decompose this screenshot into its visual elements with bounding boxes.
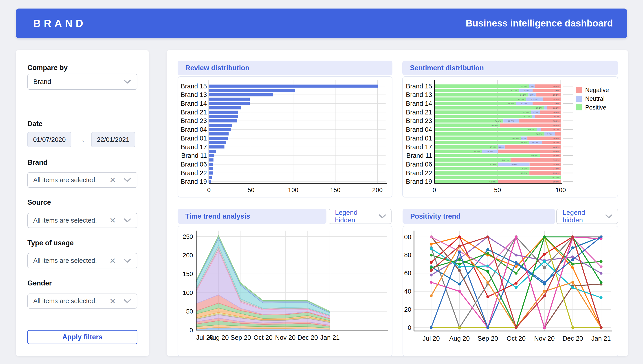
svg-text:37.6%: 37.6%: [474, 150, 480, 152]
svg-text:Brand 14: Brand 14: [181, 100, 207, 107]
usage-filter-label: Type of usage: [28, 239, 74, 247]
compare-by-value: Brand: [33, 78, 124, 86]
svg-text:86.9%: 86.9%: [536, 133, 542, 135]
brand-filter-select[interactable]: All items are selected. ✕: [28, 172, 137, 188]
svg-text:44.6%: 44.6%: [553, 146, 559, 148]
svg-text:50.1%: 50.1%: [489, 146, 496, 148]
svg-text:Neutral: Neutral: [585, 96, 604, 102]
date-from-input[interactable]: 01/07/2020: [28, 132, 71, 147]
svg-text:83.2%: 83.2%: [531, 154, 538, 157]
svg-text:80: 80: [404, 251, 411, 258]
svg-text:20.7%: 20.7%: [553, 115, 559, 118]
svg-text:50: 50: [494, 186, 501, 194]
dashboard-main: Review distribution 050100150200Brand 15…: [167, 50, 628, 356]
svg-text:Brand 04: Brand 04: [406, 126, 432, 133]
positivity-legend-toggle[interactable]: Legend hidden: [556, 209, 618, 224]
time-trend-chart: 050100150200250Jul 20Aug 20Sep 20Oct 20N…: [178, 226, 392, 356]
time-trend-chart-title: Time trend analysis: [185, 212, 250, 220]
svg-text:12.6%: 12.6%: [508, 120, 514, 122]
svg-text:Brand 19: Brand 19: [406, 178, 432, 185]
svg-text:74.7%: 74.7%: [521, 85, 527, 88]
svg-text:74.7%: 74.7%: [521, 142, 527, 144]
svg-text:Positive: Positive: [585, 104, 606, 111]
svg-text:Brand 06: Brand 06: [406, 161, 432, 168]
svg-text:5.1%: 5.1%: [521, 137, 526, 140]
svg-text:Brand 01: Brand 01: [181, 135, 207, 142]
clear-icon[interactable]: ✕: [110, 216, 116, 224]
svg-text:Brand 23: Brand 23: [406, 117, 432, 124]
source-filter-value: All items are selected.: [33, 217, 110, 224]
svg-text:16.8%: 16.8%: [553, 154, 559, 157]
svg-text:100: 100: [183, 289, 193, 296]
svg-text:7.1%: 7.1%: [533, 111, 538, 114]
svg-text:Brand 06: Brand 06: [181, 161, 207, 168]
chevron-down-icon: [605, 214, 613, 219]
clear-icon[interactable]: ✕: [110, 297, 116, 305]
svg-text:Jan 21: Jan 21: [591, 335, 611, 342]
svg-text:50: 50: [248, 186, 255, 194]
time-trend-legend-toggle[interactable]: Legend hidden: [329, 209, 392, 224]
brand-logo: BRAND: [33, 17, 86, 30]
svg-text:Brand 14: Brand 14: [406, 100, 432, 107]
svg-text:86.9%: 86.9%: [536, 106, 542, 109]
svg-text:0: 0: [190, 327, 193, 334]
svg-text:Brand 17: Brand 17: [181, 144, 207, 150]
svg-text:20: 20: [404, 306, 411, 313]
date-to-input[interactable]: 22/01/2021: [91, 132, 135, 147]
positivity-chart-title: Positivity trend: [410, 212, 460, 220]
svg-text:Nov 20: Nov 20: [275, 334, 295, 341]
svg-text:50.2%: 50.2%: [490, 163, 496, 166]
svg-text:Sep 20: Sep 20: [231, 334, 251, 341]
svg-text:Brand 13: Brand 13: [181, 91, 207, 98]
svg-text:48.4%: 48.4%: [553, 124, 559, 126]
source-filter-label: Source: [28, 198, 51, 206]
svg-text:26.6%: 26.6%: [553, 137, 559, 140]
svg-text:60.1%: 60.1%: [502, 159, 508, 161]
chevron-down-icon: [124, 258, 131, 263]
svg-text:0: 0: [408, 324, 411, 331]
svg-text:50: 50: [186, 308, 193, 315]
svg-text:Brand 17: Brand 17: [406, 144, 432, 150]
svg-text:54.4%: 54.4%: [495, 120, 501, 122]
source-filter-select[interactable]: All items are selected. ✕: [28, 213, 137, 228]
brand-filter-label: Brand: [28, 158, 48, 166]
svg-text:76.3%: 76.3%: [523, 111, 529, 114]
svg-text:20.9%: 20.9%: [553, 85, 559, 88]
svg-text:49.8%: 49.8%: [553, 150, 559, 152]
svg-text:39.9%: 39.9%: [553, 159, 559, 161]
arrow-right-icon: →: [77, 135, 86, 145]
svg-text:Brand 01: Brand 01: [406, 135, 432, 142]
svg-text:Negative: Negative: [585, 86, 609, 93]
chevron-down-icon: [124, 299, 131, 304]
clear-icon[interactable]: ✕: [110, 257, 116, 264]
compare-by-select[interactable]: Brand: [28, 74, 137, 90]
svg-text:Jan 21: Jan 21: [320, 334, 339, 341]
svg-text:Brand 22: Brand 22: [181, 170, 207, 176]
clear-icon[interactable]: ✕: [110, 176, 116, 184]
svg-text:Brand 11: Brand 11: [406, 152, 432, 159]
svg-text:10.5%: 10.5%: [522, 89, 529, 92]
svg-text:12.6%: 12.6%: [487, 150, 493, 152]
svg-text:200: 200: [183, 252, 193, 259]
apply-filters-button[interactable]: Apply filters: [28, 330, 137, 344]
svg-text:24.9%: 24.9%: [553, 163, 559, 166]
svg-text:50.0%: 50.0%: [489, 180, 496, 183]
legend-toggle-label: Legend hidden: [563, 209, 605, 224]
svg-text:24.9%: 24.9%: [510, 163, 517, 166]
svg-text:Brand 23: Brand 23: [181, 117, 207, 124]
svg-text:24.9%: 24.9%: [553, 168, 559, 170]
gender-filter-select[interactable]: All items are selected. ✕: [28, 294, 137, 308]
svg-text:Brand 19: Brand 19: [181, 178, 207, 185]
usage-filter-value: All items are selected.: [33, 257, 110, 264]
svg-text:100: 100: [555, 186, 566, 194]
svg-text:75.1%: 75.1%: [521, 168, 527, 170]
svg-text:100: 100: [288, 186, 298, 194]
filter-sidebar: Compare by Brand Date 01/07/2020 → 22/01…: [16, 50, 149, 356]
review-chart-title: Review distribution: [185, 64, 249, 72]
svg-text:77.2%: 77.2%: [524, 115, 530, 118]
svg-text:6.3%: 6.3%: [530, 94, 535, 96]
usage-filter-select[interactable]: All items are selected. ✕: [28, 253, 137, 268]
svg-text:Aug 20: Aug 20: [449, 335, 470, 342]
svg-text:74.2%: 74.2%: [520, 94, 526, 96]
svg-text:Brand 04: Brand 04: [181, 126, 207, 133]
